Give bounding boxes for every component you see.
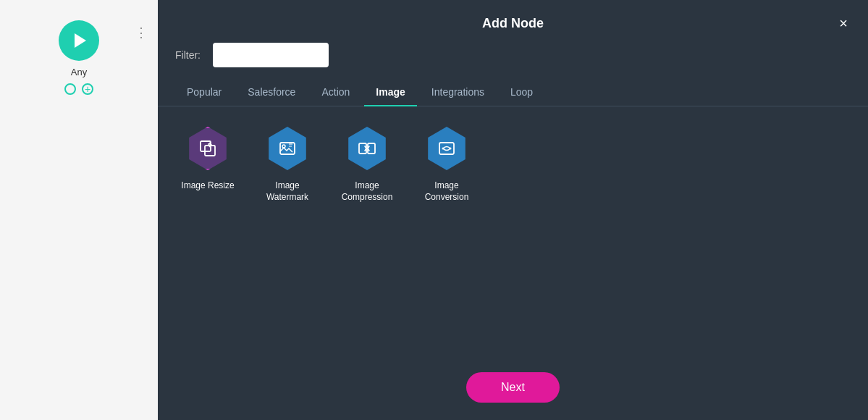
modal-footer: Next (158, 361, 868, 420)
node-card-image-watermark[interactable]: Image Watermark (255, 124, 320, 203)
image-resize-icon (198, 138, 218, 159)
node-card-image-conversion[interactable]: Image Conversion (414, 124, 479, 203)
next-button[interactable]: Next (466, 372, 560, 403)
add-node-modal: Add Node × Filter: Popular Salesforce Ac… (158, 0, 868, 420)
hex-icon-bg-image-watermark (266, 127, 309, 170)
hex-icon-bg-image-conversion (425, 127, 468, 170)
node-connectors: + (64, 83, 93, 95)
tab-loop[interactable]: Loop (499, 79, 544, 106)
content-area: Image Resize Image Watermark (158, 106, 868, 361)
nodes-grid: Image Resize Image Watermark (175, 124, 851, 203)
modal-header: Add Node × (158, 0, 868, 43)
connector-circle (64, 83, 76, 95)
svg-rect-5 (368, 143, 375, 154)
filter-label: Filter: (175, 49, 204, 61)
node-card-label-image-compression: Image Compression (334, 180, 400, 203)
close-button[interactable]: × (833, 13, 854, 33)
node-card-image-resize[interactable]: Image Resize (175, 124, 240, 203)
add-connector-button[interactable]: + (82, 83, 93, 95)
filter-row: Filter: (158, 43, 868, 79)
filter-input[interactable] (213, 43, 329, 67)
svg-rect-4 (359, 143, 366, 154)
image-compression-icon (357, 138, 377, 159)
tab-image[interactable]: Image (364, 79, 416, 106)
hex-icon-bg-image-compression (345, 127, 389, 170)
node-card-label-image-watermark: Image Watermark (255, 180, 320, 203)
image-watermark-icon (277, 138, 298, 159)
svg-rect-6 (439, 143, 454, 154)
hex-wrapper-image-conversion (422, 124, 471, 173)
image-conversion-icon (437, 138, 457, 159)
tab-action[interactable]: Action (310, 79, 361, 106)
hex-icon-bg-image-resize (186, 127, 229, 170)
tab-integrations[interactable]: Integrations (420, 79, 496, 106)
svg-point-8 (450, 148, 452, 150)
node-card-label-image-resize: Image Resize (181, 180, 234, 192)
svg-point-7 (442, 148, 444, 150)
node-menu-icon[interactable]: ⋮ (135, 25, 148, 41)
hex-wrapper-image-resize (183, 124, 232, 173)
tab-popular[interactable]: Popular (175, 79, 233, 106)
node-circle[interactable] (59, 20, 99, 61)
hex-wrapper-image-compression (342, 124, 392, 173)
node-card-image-compression[interactable]: Image Compression (334, 124, 400, 203)
play-icon (75, 33, 86, 48)
sidebar: ⋮ Any + (0, 0, 158, 420)
tabs-bar: Popular Salesforce Action Image Integrat… (158, 79, 868, 106)
node-card-label-image-conversion: Image Conversion (414, 180, 479, 203)
tab-salesforce[interactable]: Salesforce (236, 79, 307, 106)
node-label: Any (71, 67, 87, 77)
modal-title: Add Node (482, 16, 544, 31)
hex-wrapper-image-watermark (263, 124, 312, 173)
